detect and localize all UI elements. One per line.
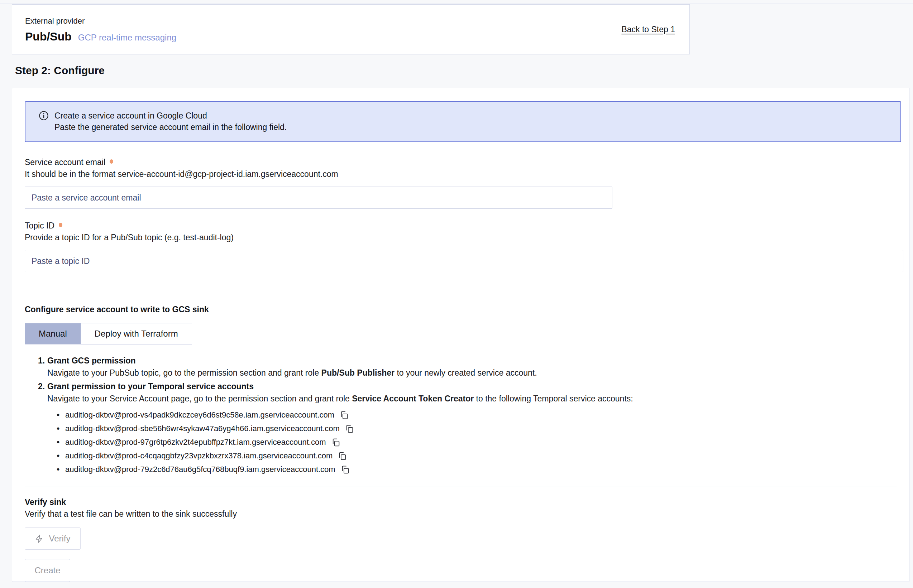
required-dot bbox=[110, 159, 113, 164]
topic-id-label: Topic ID bbox=[25, 220, 55, 231]
verify-sink-heading: Verify sink bbox=[25, 497, 897, 507]
info-icon bbox=[39, 111, 49, 121]
service-account-email: auditlog-dktxv@prod-79z2c6d76au6g5fcq768… bbox=[65, 463, 335, 476]
service-account-list-item: auditlog-dktxv@prod-79z2c6d76au6g5fcq768… bbox=[47, 463, 897, 476]
service-account-list-item: auditlog-dktxv@prod-sbe56h6wr4sykaw47a6y… bbox=[47, 422, 897, 435]
info-banner-title: Create a service account in Google Cloud bbox=[55, 110, 287, 121]
service-account-list-item: auditlog-dktxv@prod-97gr6tp6zkv2t4epubff… bbox=[47, 435, 897, 449]
service-account-email: auditlog-dktxv@prod-97gr6tp6zkv2t4epubff… bbox=[65, 435, 326, 449]
step-1-title: 1.Grant GCS permission bbox=[47, 355, 897, 366]
service-account-email-label: Service account email bbox=[25, 157, 105, 168]
top-divider bbox=[0, 3, 913, 4]
topic-id-label-row: Topic ID bbox=[25, 220, 897, 231]
service-account-list-item: auditlog-dktxv@prod-c4cqaqgbfzy23vpzkbxz… bbox=[47, 449, 897, 463]
provider-title-row: Pub/Sub GCP real-time messaging bbox=[25, 30, 176, 43]
sink-tabs: Manual Deploy with Terraform bbox=[25, 323, 192, 344]
provider-card: External provider Pub/Sub GCP real-time … bbox=[12, 4, 690, 55]
step-2-number: 2. bbox=[38, 381, 47, 392]
topic-id-input[interactable] bbox=[25, 250, 903, 272]
service-account-email: auditlog-dktxv@prod-vs4padk9dkczcey6d6st… bbox=[65, 408, 334, 422]
temporal-service-account-list: auditlog-dktxv@prod-vs4padk9dkczcey6d6st… bbox=[47, 408, 897, 476]
copy-icon[interactable] bbox=[345, 424, 355, 434]
service-account-email: auditlog-dktxv@prod-c4cqaqgbfzy23vpzkbxz… bbox=[65, 449, 332, 463]
provider-eyebrow: External provider bbox=[25, 16, 176, 26]
step-2-title: 2.Grant permission to your Temporal serv… bbox=[47, 381, 897, 392]
step-1-body: Navigate to your PubSub topic, go to the… bbox=[47, 367, 897, 378]
verify-button[interactable]: Verify bbox=[25, 527, 81, 550]
info-banner-text: Create a service account in Google Cloud… bbox=[55, 110, 287, 133]
configure-card: Create a service account in Google Cloud… bbox=[12, 88, 910, 582]
section-divider bbox=[25, 288, 897, 288]
service-account-list-item: auditlog-dktxv@prod-vs4padk9dkczcey6d6st… bbox=[47, 408, 897, 422]
service-account-email-helper: It should be in the format service-accou… bbox=[25, 169, 897, 179]
back-to-step-1-link[interactable]: Back to Step 1 bbox=[621, 25, 675, 34]
section-divider bbox=[25, 487, 897, 487]
verify-sink-description: Verify that a test file can be written t… bbox=[25, 509, 897, 519]
copy-icon[interactable] bbox=[340, 465, 350, 475]
service-account-email-label-row: Service account email bbox=[25, 157, 897, 168]
provider-title: Pub/Sub bbox=[25, 30, 72, 43]
provider-subtitle: GCP real-time messaging bbox=[78, 32, 176, 43]
step-1-number: 1. bbox=[38, 355, 47, 366]
zap-icon bbox=[35, 534, 44, 543]
info-banner: Create a service account in Google Cloud… bbox=[25, 101, 901, 142]
required-dot bbox=[59, 223, 62, 227]
copy-icon[interactable] bbox=[338, 451, 347, 461]
provider-info: External provider Pub/Sub GCP real-time … bbox=[25, 16, 176, 43]
copy-icon[interactable] bbox=[339, 410, 349, 420]
info-banner-description: Paste the generated service account emai… bbox=[55, 121, 287, 133]
tab-deploy-with-terraform[interactable]: Deploy with Terraform bbox=[81, 323, 192, 344]
step-2-body: Navigate to your Service Account page, g… bbox=[47, 393, 897, 404]
service-account-email: auditlog-dktxv@prod-sbe56h6wr4sykaw47a6y… bbox=[65, 422, 340, 435]
create-button[interactable]: Create bbox=[25, 559, 70, 582]
copy-icon[interactable] bbox=[331, 438, 341, 447]
sink-section-heading: Configure service account to write to GC… bbox=[25, 304, 897, 315]
page: External provider Pub/Sub GCP real-time … bbox=[0, 0, 913, 588]
topic-id-helper: Provide a topic ID for a Pub/Sub topic (… bbox=[25, 232, 897, 243]
tab-manual[interactable]: Manual bbox=[25, 323, 81, 344]
page-title: Step 2: Configure bbox=[15, 65, 105, 77]
manual-steps: 1.Grant GCS permission Navigate to your … bbox=[25, 355, 897, 476]
service-account-email-input[interactable] bbox=[25, 187, 612, 209]
